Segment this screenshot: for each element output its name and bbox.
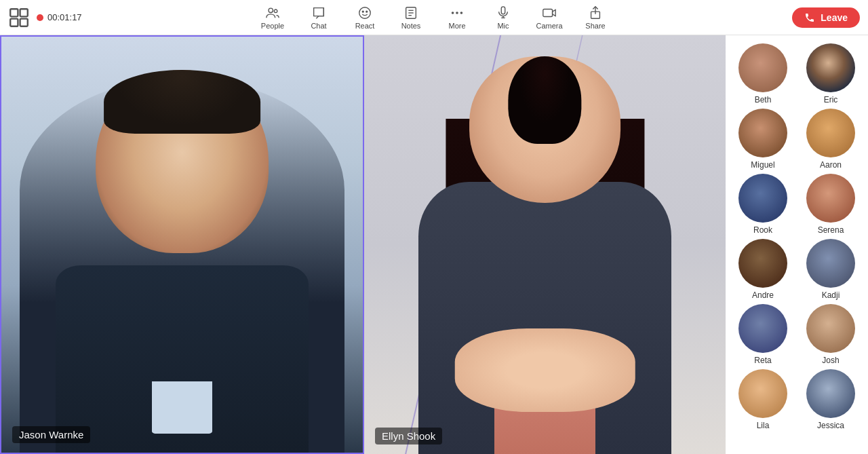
video-panel-ellyn: Ellyn Shook (364, 35, 726, 454)
participant-name-andre: Andre (752, 290, 774, 300)
avatar-beth (738, 43, 787, 92)
participant-item-beth[interactable]: Beth (731, 43, 795, 105)
ellyn-head (469, 56, 621, 203)
participant-name-jessica: Jessica (817, 421, 844, 430)
ellyn-name-label: Ellyn Shook (375, 428, 442, 444)
participant-item-lila[interactable]: Lila (731, 369, 795, 430)
react-label: React (355, 22, 375, 30)
participant-name-rook: Rook (753, 225, 772, 235)
participant-item-reta[interactable]: Reta (731, 304, 795, 365)
ellyn-background (364, 35, 726, 454)
svg-point-8 (366, 11, 368, 12)
camera-label: Camera (536, 22, 562, 30)
jason-name-label: Jason Warnke (12, 426, 90, 443)
topbar-left: 00:01:17 (8, 7, 82, 29)
participant-grid: BethEricMiguelAaronRookSerenaAndreKadjiR… (728, 41, 865, 433)
leave-button[interactable]: Leave (792, 7, 860, 28)
people-button[interactable]: People (259, 5, 286, 30)
jason-suit (56, 265, 309, 453)
avatar-serena (806, 174, 855, 223)
jason-head (96, 70, 269, 253)
more-label: More (448, 22, 465, 30)
camera-button[interactable]: Camera (536, 5, 563, 30)
recording-indicator: 00:01:17 (37, 12, 82, 22)
participant-item-serena[interactable]: Serena (799, 174, 863, 235)
participant-item-andre[interactable]: Andre (731, 239, 795, 300)
grid-view-button[interactable] (8, 7, 30, 29)
participant-name-serena: Serena (818, 225, 844, 235)
react-button[interactable]: React (351, 5, 378, 30)
svg-marker-20 (553, 10, 556, 16)
leave-label: Leave (821, 12, 848, 23)
ellyn-body (418, 182, 671, 454)
participant-item-aaron[interactable]: Aaron (799, 109, 863, 170)
avatar-eric (806, 43, 855, 92)
toolbar: People Chat React (259, 5, 609, 30)
participant-sidebar: BethEricMiguelAaronRookSerenaAndreKadjiR… (726, 35, 868, 454)
avatar-lila (738, 369, 787, 418)
svg-rect-3 (20, 18, 28, 26)
main-content: Jason Warnke Ellyn Shook (0, 35, 868, 454)
participant-name-lila: Lila (757, 421, 770, 430)
jason-shirt (152, 381, 213, 434)
mic-button[interactable]: Mic (490, 5, 517, 30)
participant-item-eric[interactable]: Eric (799, 43, 863, 105)
notes-label: Notes (401, 22, 421, 30)
avatar-josh (806, 304, 855, 353)
participant-name-aaron: Aaron (820, 160, 842, 170)
svg-point-5 (274, 9, 277, 12)
participant-name-beth: Beth (755, 95, 772, 105)
participant-item-josh[interactable]: Josh (799, 304, 863, 365)
more-button[interactable]: More (443, 5, 471, 30)
avatar-andre (738, 239, 787, 288)
topbar: 00:01:17 People Chat (0, 0, 868, 35)
participant-item-miguel[interactable]: Miguel (731, 109, 795, 170)
participant-name-eric: Eric (824, 95, 838, 105)
svg-point-4 (269, 8, 273, 12)
notes-button[interactable]: Notes (397, 5, 425, 30)
participant-name-kadji: Kadji (822, 290, 840, 300)
svg-rect-0 (10, 9, 18, 16)
chat-button[interactable]: Chat (305, 5, 332, 30)
participant-item-jessica[interactable]: Jessica (799, 369, 863, 430)
ellyn-hands (454, 328, 635, 412)
svg-point-13 (452, 12, 454, 14)
avatar-rook (738, 174, 787, 223)
svg-rect-16 (501, 6, 505, 14)
participant-name-josh: Josh (822, 356, 839, 365)
svg-point-15 (460, 12, 463, 14)
participant-item-rook[interactable]: Rook (731, 174, 795, 235)
ellyn-hair (509, 56, 581, 145)
share-button[interactable]: Share (582, 5, 609, 30)
avatar-jessica (806, 369, 855, 418)
participant-name-reta: Reta (754, 356, 771, 365)
svg-rect-19 (543, 9, 553, 16)
svg-rect-1 (20, 9, 28, 16)
video-area: Jason Warnke Ellyn Shook (0, 35, 726, 454)
avatar-miguel (738, 109, 787, 157)
share-label: Share (585, 22, 605, 30)
svg-point-6 (359, 7, 371, 18)
video-panel-jason: Jason Warnke (0, 35, 364, 454)
avatar-aaron (806, 109, 855, 157)
avatar-kadji (806, 239, 855, 288)
people-label: People (261, 22, 284, 30)
participant-name-miguel: Miguel (751, 160, 774, 170)
recording-time: 00:01:17 (47, 12, 82, 22)
avatar-reta (738, 304, 787, 353)
jason-hair (104, 70, 260, 134)
recording-dot (37, 14, 43, 21)
svg-rect-2 (10, 18, 18, 26)
chat-label: Chat (311, 22, 326, 30)
topbar-right: Leave (792, 7, 860, 28)
svg-point-7 (362, 11, 363, 12)
svg-point-14 (456, 12, 458, 14)
participant-item-kadji[interactable]: Kadji (799, 239, 863, 300)
mic-label: Mic (497, 22, 509, 30)
